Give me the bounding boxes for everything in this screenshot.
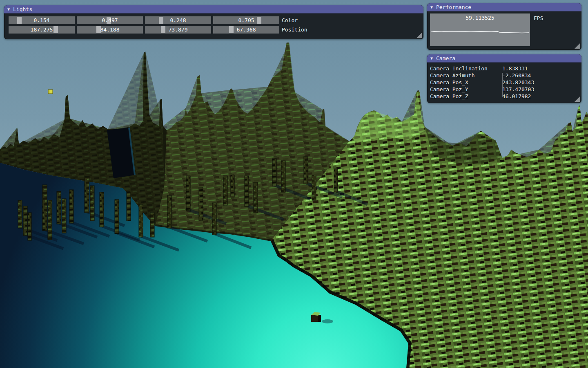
- camera-panel: ▼ Camera Camera Inclination 1.838331 Cam…: [427, 54, 581, 103]
- performance-panel-header[interactable]: ▼ Performance: [427, 3, 581, 11]
- slider-handle[interactable]: [161, 26, 165, 33]
- light-color-slider-4[interactable]: 0.705: [213, 16, 279, 24]
- camera-row-azimuth: Camera Azimuth -2.260834: [430, 72, 581, 79]
- slider-handle[interactable]: [257, 17, 261, 24]
- slider-value: 67.368: [213, 26, 279, 34]
- camera-row-value[interactable]: 137.470703: [502, 86, 581, 93]
- slider-value: 73.879: [145, 26, 211, 34]
- color-row-label: Color: [282, 16, 298, 24]
- collapse-icon[interactable]: ▼: [430, 54, 433, 63]
- fps-value: 59.113525: [430, 15, 530, 21]
- camera-row-value[interactable]: 243.820343: [502, 79, 581, 86]
- lights-panel-header[interactable]: ▼ Lights: [4, 5, 423, 13]
- light-position-slider-2[interactable]: 84.188: [77, 26, 143, 34]
- light-marker-cube: [48, 90, 53, 94]
- performance-panel: ▼ Performance 59.113525 FPS: [427, 3, 581, 50]
- light-position-slider-1[interactable]: 187.275: [9, 26, 75, 34]
- slider-value: 84.188: [77, 26, 143, 34]
- slider-value: 187.275: [9, 26, 75, 34]
- camera-row-value[interactable]: 46.017982: [502, 93, 581, 100]
- camera-row-pos-x: Camera Pos_X 243.820343: [430, 79, 581, 86]
- resize-grip[interactable]: [416, 32, 422, 38]
- camera-panel-body: Camera Inclination 1.838331 Camera Azimu…: [427, 63, 581, 100]
- camera-row-label: Camera Pos_X: [430, 79, 502, 86]
- light-position-slider-4[interactable]: 67.368: [213, 26, 279, 34]
- camera-row-value[interactable]: 1.838331: [502, 65, 581, 72]
- slider-handle[interactable]: [17, 17, 22, 24]
- collapse-icon[interactable]: ▼: [7, 5, 10, 13]
- camera-row-label: Camera Poz_Y: [430, 86, 502, 93]
- panel-title: Lights: [13, 5, 32, 13]
- label-value-divider: [502, 73, 503, 96]
- slider-value: 0.248: [145, 16, 211, 24]
- camera-row-pos-z: Camera Poz_Z 46.017982: [430, 93, 581, 100]
- light-position-slider-3[interactable]: 73.879: [145, 26, 211, 34]
- color-slider-row: 0.154 0.497 0.248 0.705 Color: [9, 16, 423, 24]
- slider-handle[interactable]: [229, 26, 234, 33]
- position-slider-row: 187.275 84.188 73.879 67.368 Position: [9, 26, 423, 34]
- light-color-slider-1[interactable]: 0.154: [9, 16, 75, 24]
- camera-row-inclination: Camera Inclination 1.838331: [430, 65, 581, 72]
- position-row-label: Position: [282, 26, 307, 34]
- resize-grip[interactable]: [575, 43, 580, 49]
- camera-row-label: Camera Poz_Z: [430, 93, 502, 100]
- camera-row-label: Camera Inclination: [430, 65, 502, 72]
- panel-title: Performance: [436, 3, 471, 11]
- slider-handle[interactable]: [107, 17, 111, 24]
- camera-panel-header[interactable]: ▼ Camera: [427, 54, 581, 63]
- resize-grip[interactable]: [575, 96, 580, 102]
- collapse-icon[interactable]: ▼: [430, 3, 433, 11]
- light-color-slider-3[interactable]: 0.248: [145, 16, 211, 24]
- camera-row-value[interactable]: -2.260834: [502, 72, 581, 79]
- lights-panel-body: 0.154 0.497 0.248 0.705 Color 187.275: [4, 16, 423, 34]
- fps-graph: 59.113525: [430, 13, 530, 46]
- panel-title: Camera: [436, 54, 455, 63]
- light-color-slider-2[interactable]: 0.497: [77, 16, 143, 24]
- slider-handle[interactable]: [159, 17, 163, 24]
- slider-value: 0.705: [213, 16, 279, 24]
- slider-handle[interactable]: [96, 26, 101, 33]
- slider-handle[interactable]: [53, 26, 58, 33]
- camera-row-label: Camera Azimuth: [430, 72, 502, 79]
- camera-row-pos-y: Camera Poz_Y 137.470703: [430, 86, 581, 93]
- lights-panel: ▼ Lights 0.154 0.497 0.248 0.705 Color: [4, 5, 423, 39]
- fps-label: FPS: [534, 15, 543, 21]
